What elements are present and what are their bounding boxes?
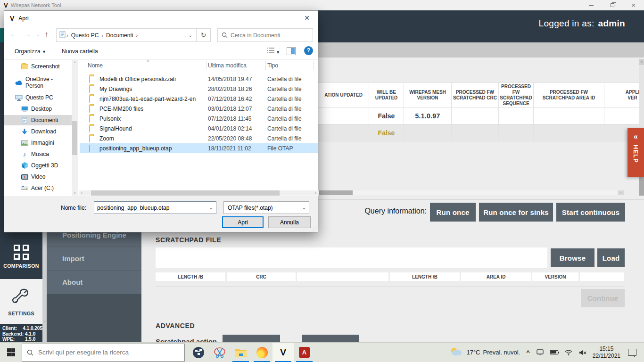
col-header-processed-fw-scratchpad-area-id[interactable]: PROCESSED FW SCRATCHPAD AREA ID [534,82,604,107]
scroll-up-arrow-icon[interactable]: ˄ [639,59,644,65]
sidebar-item-desktop[interactable]: Desktop [4,104,72,114]
taskbar-network-tool-icon[interactable] [188,343,209,362]
preview-pane-icon[interactable] [287,47,296,55]
chevron-down-icon[interactable]: ⌄ [206,205,216,210]
file-list-horizontal-scrollbar[interactable]: ‹ › [79,190,319,196]
battery-icon[interactable] [550,350,558,354]
scroll-right-arrow-icon[interactable]: › [618,190,624,195]
scroll-right-arrow-icon[interactable]: › [313,190,319,196]
file-row[interactable]: My Drawings28/02/2018 18:26Cartella di f… [80,84,318,94]
volume-muted-icon[interactable] [579,350,586,355]
sidebar-scroll-thumb[interactable] [72,121,77,155]
run-once-button[interactable]: Run once [430,203,476,222]
taskbar-search-box[interactable] [22,344,185,362]
col-header-ation-updated[interactable]: ATION UPDATED [318,82,369,107]
sidebar-item-oggetti-3d[interactable]: Oggetti 3D [4,160,72,171]
history-dropdown-icon[interactable]: ⌄ [36,32,40,37]
file-row[interactable]: Zoom22/05/2020 08:48Cartella di file [80,133,318,143]
sidebar-item-musica[interactable]: ♪Musica [4,149,72,159]
sidebar-item-onedrive[interactable]: OneDrive - Person [4,77,72,88]
load-button[interactable]: Load [597,248,625,267]
table-horizontal-scrollbar[interactable] [318,190,624,195]
forward-arrow-icon[interactable]: → [24,30,31,38]
column-header-nome[interactable]: Nome [88,62,103,69]
open-button[interactable]: Apri [222,216,264,228]
taskbar-snipping-tool-icon[interactable] [209,343,230,362]
wifi-icon[interactable] [565,350,572,355]
taskbar-search-input[interactable] [38,349,170,356]
notification-center-icon[interactable] [628,349,636,356]
new-folder-button[interactable]: Nuova cartella [62,48,98,55]
col-header-processed-fw-scratchpad-sequence[interactable]: PROCESSED FW SCRATCHPAD SEQUENCE [499,82,534,107]
dialog-search-input[interactable] [231,32,301,39]
file-row[interactable]: SignalHound04/01/2018 02:14Cartella di f… [80,123,318,133]
sidebar-item-download[interactable]: Download [4,126,72,137]
breadcrumb-questo-pc[interactable]: Questo PC [71,32,99,39]
file-row-selected[interactable]: positioning_app_blueup.otap18/11/2021 11… [80,143,318,153]
start-continuous-button[interactable]: Start continuous [556,203,625,222]
resize-grip[interactable]: ⋰ [313,226,317,231]
dialog-close-button[interactable]: ✕ [299,12,315,24]
start-button[interactable] [0,343,22,362]
scroll-left-arrow-icon[interactable]: ‹ [79,190,85,196]
weather-icon[interactable] [450,348,462,357]
continue-button[interactable]: Continue [581,289,625,307]
taskbar-clock[interactable]: 15:15 22/11/2021 [593,346,620,360]
refresh-button[interactable]: ↻ [197,28,211,42]
file-list-scroll-thumb[interactable] [91,190,280,196]
sidebar-item-immagini[interactable]: Immagini [4,138,72,148]
taskbar-firefox-icon[interactable] [251,343,272,362]
address-dropdown-icon[interactable]: ⌄ [189,33,192,38]
restore-button[interactable] [602,0,623,10]
taskbar-acrobat-icon[interactable]: A [294,343,315,362]
sidebar-item-documenti[interactable]: Documenti [4,115,72,125]
organize-menu[interactable]: Organizza ▼ [15,48,46,55]
minimize-button[interactable] [580,0,602,10]
sidebar-item-settings[interactable]: SETTINGS [0,279,42,324]
col-header-application-version[interactable]: APPLI VER [604,82,644,107]
col-header-will-be-updated[interactable]: WILL BE UPDATED [369,82,404,107]
sidebar-item-video[interactable]: Video [4,172,72,182]
weather-temp[interactable]: 17°C [466,349,480,356]
scroll-up-arrow-icon[interactable]: ˄ [72,60,78,66]
filename-combobox[interactable]: ⌄ [94,201,216,214]
filename-input[interactable] [94,205,206,211]
file-row[interactable]: Modelli di Office personalizzati14/05/20… [80,74,318,84]
run-once-for-sinks-button[interactable]: Run once for sinks [479,203,553,222]
browse-button[interactable]: Browse [551,248,594,267]
sidebar-item-screenshot[interactable]: Screenshot [4,61,72,72]
address-bar[interactable]: › Questo PC › Documenti › ⌄ [56,28,197,42]
taskbar-wirepas-icon[interactable]: V [272,343,294,362]
sidebar-item-comparison[interactable]: COMPARISON [0,238,42,279]
file-row[interactable]: njm78l03ua-te1-ecad-part-wizard-2-en07/1… [80,94,318,104]
dialog-search-box[interactable] [217,28,313,42]
nav-item-about[interactable]: About [47,270,141,294]
file-row[interactable]: PCE-MM200 files03/01/2018 12:07Cartella … [80,104,318,114]
scratchpad-file-input[interactable] [156,247,547,268]
tray-expand-chevron-icon[interactable]: ^ [526,349,530,356]
column-header-tipo[interactable]: Tipo [267,62,278,69]
scroll-down-arrow-icon[interactable]: ˅ [72,190,78,196]
device-table-row-2[interactable]: False [318,124,644,141]
weather-desc[interactable]: Preval. nuvol. [483,349,520,356]
cancel-button[interactable]: Annulla [268,216,311,228]
dialog-sidebar-scrollbar[interactable]: ˄ ˅ [72,60,78,196]
horizontal-scroll-thumb[interactable] [318,190,353,195]
sidebar-item-acer-c[interactable]: Acer (C:) [4,183,72,193]
back-arrow-icon[interactable]: ← [10,30,17,38]
column-header-ultima-modifica[interactable]: Ultima modifica [208,62,247,69]
file-row[interactable]: Pulsonix07/12/2018 11:45Cartella di file [80,114,318,123]
help-tab[interactable]: « HELP [627,128,644,177]
sidebar-item-questo-pc[interactable]: Questo PC [4,92,72,103]
display-cast-icon[interactable] [537,349,544,355]
filetype-dropdown[interactable]: OTAP files(*.otap) ⌄ [223,201,309,214]
up-arrow-icon[interactable]: ↑ [45,30,49,38]
close-button[interactable]: ✕ [623,0,644,10]
taskbar-file-explorer-icon[interactable] [230,343,251,362]
help-icon[interactable]: ? [304,46,313,55]
col-header-processed-fw-scratchpad-crc[interactable]: PROCESSED FW SCRATCHPAD CRC [452,82,499,107]
view-options-button[interactable]: ▼ [267,47,280,55]
breadcrumb-documenti[interactable]: Documenti [106,32,133,39]
col-header-wirepas-mesh-version[interactable]: WIREPAS MESH VERSION [404,82,452,107]
device-table-row-1[interactable]: False 5.1.0.97 [318,107,644,124]
